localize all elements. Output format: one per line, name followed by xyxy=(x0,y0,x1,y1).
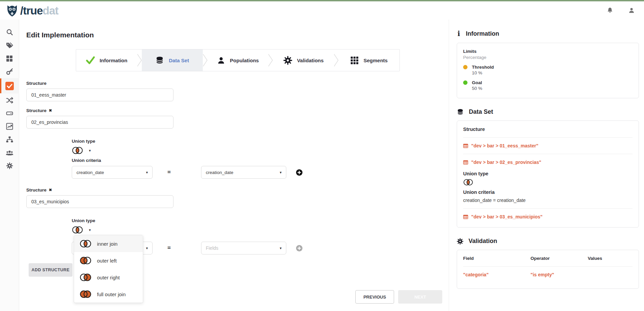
union-criteria-label: Union criteria xyxy=(72,158,442,163)
chevron-down-icon: ▾ xyxy=(89,228,91,232)
sidebar-item-dashboard[interactable] xyxy=(0,52,19,65)
tab-information[interactable]: Information xyxy=(76,49,137,71)
validation-field: "categoria" xyxy=(463,272,530,277)
venn-inner-join-icon xyxy=(72,226,83,234)
chevron-separator-icon xyxy=(334,54,339,67)
structure-input-3[interactable] xyxy=(26,195,173,208)
rules-check-square-icon xyxy=(5,81,14,91)
sidebar-item-hierarchy[interactable] xyxy=(0,133,19,146)
previous-button[interactable]: PREVIOUS xyxy=(355,290,394,304)
option-outer-right[interactable]: outer right xyxy=(74,269,143,286)
sidebar-item-lineage[interactable] xyxy=(0,94,19,107)
right-field-select[interactable]: creation_date ▾ xyxy=(201,166,286,179)
goal-dot xyxy=(463,80,468,85)
validation-card: Field Operator Values "categoria" "is em… xyxy=(457,250,639,289)
left-field-select[interactable]: creation_date ▾ xyxy=(72,166,153,179)
dataset-form: Structure Structure ✖ Union type ▾ xyxy=(26,81,442,304)
sidebar-item-permissions[interactable] xyxy=(0,65,19,78)
info-icon: i xyxy=(457,30,461,38)
limits-card: Limits Percentage Threshold 10 % Goal 50… xyxy=(457,43,639,98)
chevron-down-icon: ▾ xyxy=(280,170,282,175)
database-icon xyxy=(155,56,164,65)
sidebar-item-tags[interactable] xyxy=(0,39,19,52)
sidebar-item-users[interactable] xyxy=(0,146,19,159)
venn-full-outer-join-icon xyxy=(79,289,92,299)
plus-circle-icon xyxy=(296,169,303,176)
chevron-down-icon: ▾ xyxy=(146,170,148,175)
section-title: Information xyxy=(466,30,499,37)
threshold-dot xyxy=(463,65,468,69)
sidebar-item-quality-rules[interactable] xyxy=(0,78,19,94)
wizard-steps: Information Data Set Populations xyxy=(76,49,400,71)
structure-input-1[interactable] xyxy=(26,89,173,101)
summary-panel: i Information Limits Percentage Threshol… xyxy=(449,20,644,311)
structure-link[interactable]: "dev > bar > 02_es_provincias" xyxy=(463,160,633,165)
table-icon xyxy=(463,215,468,219)
table-icon xyxy=(463,160,468,165)
union-block-2: Union type ▾ ▾ = Fields xyxy=(72,218,442,254)
settings-gear-icon xyxy=(6,162,13,169)
add-criteria-button-disabled[interactable] xyxy=(296,245,303,252)
remove-structure-icon[interactable]: ✖ xyxy=(49,108,52,113)
option-inner-join[interactable]: inner join xyxy=(74,235,143,252)
tab-data-set[interactable]: Data Set xyxy=(142,49,203,71)
union-criteria-row-1: creation_date ▾ = creation_date ▾ xyxy=(72,166,442,179)
union-criteria-value: creation_date = creation_date xyxy=(463,198,633,203)
person-icon xyxy=(217,56,225,65)
left-sidebar xyxy=(0,20,19,311)
validation-table-row: "categoria" "is empty" xyxy=(463,272,633,277)
option-outer-left[interactable]: outer left xyxy=(74,252,143,269)
drive-icon xyxy=(6,110,13,117)
truedat-logo[interactable]: /truedat xyxy=(5,4,58,17)
structure-link[interactable]: "dev > bar > 01_eess_master" xyxy=(463,143,633,148)
venn-inner-join-icon xyxy=(463,178,473,186)
plus-circle-icon xyxy=(296,245,303,252)
equals-operator: = xyxy=(167,245,186,251)
union-type-selector[interactable]: ▾ xyxy=(72,146,96,155)
venn-inner-join-icon xyxy=(72,146,83,155)
sidebar-item-sources[interactable] xyxy=(0,107,19,120)
chevron-separator-icon xyxy=(268,54,273,67)
check-icon xyxy=(86,56,95,64)
tags-icon xyxy=(6,42,13,49)
union-type-selector-open[interactable]: ▾ xyxy=(72,226,96,234)
data-set-section: Data Set Structure "dev > bar > 01_eess_… xyxy=(457,108,639,228)
remove-structure-icon[interactable]: ✖ xyxy=(49,188,52,192)
app-header: /truedat xyxy=(0,1,644,20)
sidebar-item-settings[interactable] xyxy=(0,159,19,172)
structure-link[interactable]: "dev > bar > 03_es_municipios" xyxy=(463,214,633,219)
tab-populations[interactable]: Populations xyxy=(207,49,268,71)
key-icon xyxy=(6,68,13,75)
section-title: Validation xyxy=(469,238,497,245)
shuffle-icon xyxy=(6,97,13,104)
tab-segments[interactable]: Segments xyxy=(339,49,399,71)
structure-label-1: Structure xyxy=(26,81,442,86)
notifications-icon[interactable] xyxy=(606,7,614,14)
venn-inner-join-icon xyxy=(79,239,92,248)
section-title: Data Set xyxy=(469,108,493,115)
table-icon xyxy=(463,144,468,148)
union-type-label: Union type xyxy=(72,139,442,144)
sidebar-item-search[interactable] xyxy=(0,26,19,39)
gear-icon xyxy=(457,238,463,245)
right-field-select[interactable]: Fields ▾ xyxy=(201,242,286,254)
structure-input-2[interactable] xyxy=(26,116,173,129)
threshold-value: 10 % xyxy=(472,70,633,75)
add-structure-button[interactable]: ADD STRUCTURE xyxy=(29,263,72,277)
tab-validations[interactable]: Validations xyxy=(273,49,334,71)
dashboard-icon xyxy=(6,55,13,62)
information-section: i Information Limits Percentage Threshol… xyxy=(457,30,639,98)
wordmark: /truedat xyxy=(20,5,58,16)
next-button[interactable]: NEXT xyxy=(398,290,442,304)
data-set-card: Structure "dev > bar > 01_eess_master" "… xyxy=(457,120,639,228)
chevron-separator-icon xyxy=(203,54,207,67)
search-icon xyxy=(6,29,13,36)
owl-logo-icon xyxy=(5,4,19,17)
venn-outer-right-icon xyxy=(79,273,92,282)
add-criteria-button[interactable] xyxy=(296,169,303,176)
user-icon[interactable] xyxy=(628,7,635,14)
sidebar-item-charts[interactable] xyxy=(0,120,19,133)
page-title: Edit Implementation xyxy=(26,31,442,39)
users-icon xyxy=(6,149,13,156)
option-full-outer-join[interactable]: full outer join xyxy=(74,286,143,303)
